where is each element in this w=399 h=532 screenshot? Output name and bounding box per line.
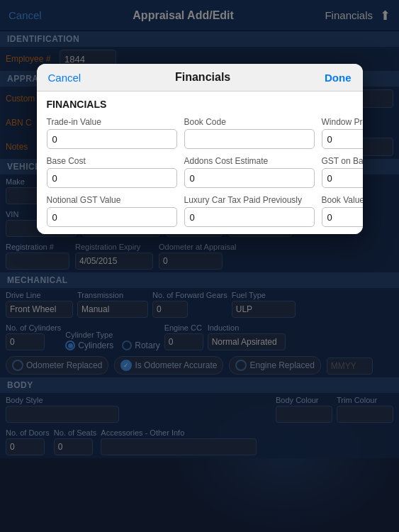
modal-field-5: GST on Base Cost — [322, 156, 363, 188]
modal-field-input-7[interactable] — [184, 207, 315, 227]
modal-field-3: Base Cost — [47, 156, 177, 188]
modal-field-8: Book Value — [322, 195, 363, 227]
modal-field-input-0[interactable] — [47, 129, 177, 149]
modal-field-input-5[interactable] — [322, 168, 363, 188]
modal-field-1: Book Code — [184, 117, 315, 149]
modal-section-title: FINANCIALS — [47, 99, 353, 110]
modal-field-4: Addons Cost Estimate — [184, 156, 315, 188]
modal-form-grid: Trade-in ValueBook CodeWindow PriceBase … — [47, 117, 353, 227]
modal-body: FINANCIALS Trade-in ValueBook CodeWindow… — [37, 92, 363, 234]
modal-field-label-2: Window Price — [322, 117, 363, 127]
modal-overlay: Cancel Financials Done FINANCIALS Trade-… — [0, 0, 399, 532]
modal-field-label-0: Trade-in Value — [47, 117, 177, 127]
modal-field-input-3[interactable] — [47, 168, 177, 188]
modal-field-label-8: Book Value — [322, 195, 363, 205]
modal-title: Financials — [175, 71, 230, 84]
modal-field-label-7: Luxury Car Tax Paid Previously — [184, 195, 315, 205]
modal-field-input-8[interactable] — [322, 207, 363, 227]
modal-field-7: Luxury Car Tax Paid Previously — [184, 195, 315, 227]
financials-modal: Cancel Financials Done FINANCIALS Trade-… — [37, 64, 363, 234]
modal-field-input-6[interactable] — [47, 207, 177, 227]
modal-field-6: Notional GST Value — [47, 195, 177, 227]
modal-field-label-6: Notional GST Value — [47, 195, 177, 205]
modal-field-label-3: Base Cost — [47, 156, 177, 166]
modal-field-label-5: GST on Base Cost — [322, 156, 363, 166]
modal-field-input-4[interactable] — [184, 168, 315, 188]
modal-header: Cancel Financials Done — [37, 64, 363, 92]
modal-field-label-4: Addons Cost Estimate — [184, 156, 315, 166]
modal-field-0: Trade-in Value — [47, 117, 177, 149]
modal-field-2: Window Price — [322, 117, 363, 149]
modal-cancel-button[interactable]: Cancel — [48, 72, 82, 84]
modal-done-button[interactable]: Done — [325, 72, 352, 84]
modal-field-input-2[interactable] — [322, 129, 363, 149]
modal-field-input-1[interactable] — [184, 129, 315, 149]
modal-field-label-1: Book Code — [184, 117, 315, 127]
